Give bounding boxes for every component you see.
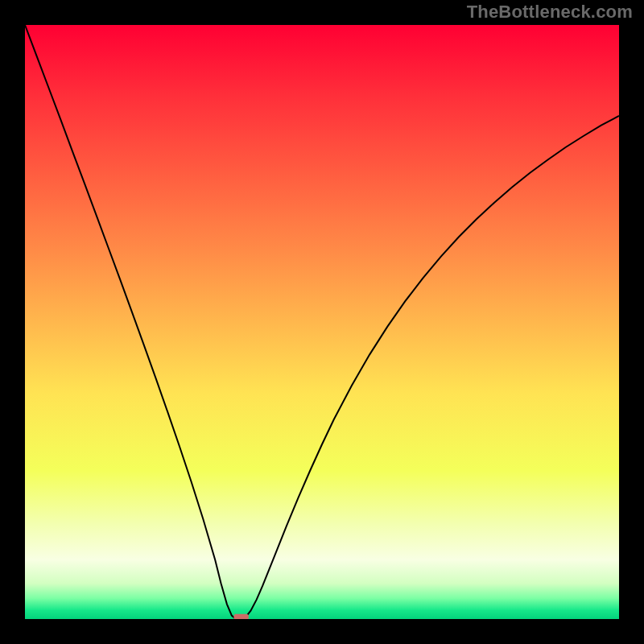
chart-outer-frame: TheBottleneck.com [0, 0, 644, 644]
plot-background [25, 25, 619, 619]
optimal-point-marker [233, 614, 248, 619]
watermark-text: TheBottleneck.com [467, 2, 633, 23]
plot-area [25, 25, 619, 619]
chart-svg [25, 25, 619, 619]
